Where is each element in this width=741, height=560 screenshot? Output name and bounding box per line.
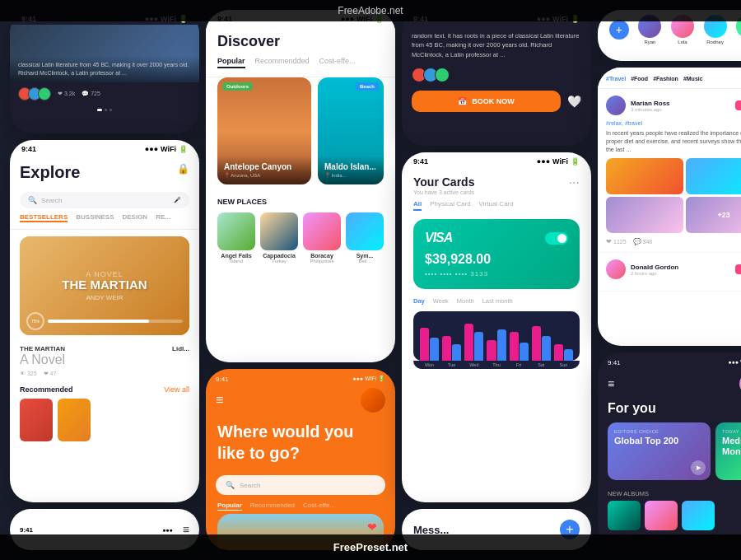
- filter-physical[interactable]: Physical Card: [430, 200, 470, 211]
- post-1-avatar: [606, 96, 626, 115]
- fy-card-med[interactable]: TODAY Med Mon: [715, 422, 741, 480]
- label-mon: Mon: [420, 362, 439, 367]
- post-1-images: +23: [606, 158, 741, 233]
- chart-tab-day[interactable]: Day: [413, 297, 425, 305]
- status-icons-small: ●●●: [162, 527, 173, 533]
- mic-icon: 🎤: [174, 197, 181, 203]
- label-sat: Sat: [532, 362, 551, 367]
- likes-stat: ❤ 47: [44, 371, 57, 377]
- status-icons-2: ●●●WiFi🔋: [145, 145, 188, 153]
- for-you-menu-icon[interactable]: ≡: [608, 377, 614, 390]
- hashtag-music[interactable]: #Music: [683, 76, 703, 82]
- chart-tab-month[interactable]: Month: [457, 297, 474, 305]
- orange-tabs: Popular Recommended Cost-effe...: [217, 502, 384, 511]
- tab-popular[interactable]: Popular: [217, 57, 245, 68]
- place-name-2: Cappadocia: [260, 253, 298, 259]
- label-tue: Tue: [442, 362, 461, 367]
- post-1-hashtags: #relax, #travel: [606, 120, 741, 126]
- bar-tue-pink: [442, 336, 451, 361]
- fy-card-global[interactable]: EDITORS CHOICE Global Top 200 ▶: [608, 422, 711, 480]
- tab-bestsellers[interactable]: BESTSELLERS: [20, 213, 68, 222]
- tab-recommended[interactable]: Recommendded: [255, 57, 310, 68]
- follow-button-1[interactable]: Follow: [735, 100, 741, 110]
- user-name-ryan: Ryan: [644, 40, 655, 44]
- social-feed-phone: #Travel #Food #Fashion #Music Marian Ros…: [598, 68, 741, 346]
- tab-design[interactable]: DESIGN: [122, 213, 147, 222]
- play-button-1[interactable]: ▶: [691, 460, 706, 475]
- social-hashtags: #Travel #Food #Fashion #Music: [598, 68, 741, 89]
- discover-card-maldo[interactable]: Beach Maldo Islan... 📍 India...: [318, 77, 384, 184]
- album-3[interactable]: [682, 501, 715, 530]
- post-2-meta: Donald Gordon 2 hours ago: [631, 264, 730, 276]
- search-placeholder: Search: [41, 197, 62, 204]
- chart-tab-week[interactable]: Week: [433, 297, 449, 305]
- for-you-phone: 9:41 ●●●WiFi🔋 ≡ For you EDITORS CHOICE G…: [598, 352, 741, 550]
- hashtag-travel[interactable]: #Travel: [606, 76, 626, 82]
- avatar-3: [38, 87, 51, 100]
- follow-button-2[interactable]: Follow: [735, 264, 741, 274]
- place-angel-falls[interactable]: Angel Falls Island: [217, 212, 255, 264]
- chart-tab-last-month[interactable]: Last month: [482, 297, 513, 305]
- filter-virtual[interactable]: Virtual Card: [479, 200, 514, 211]
- status-bar-2: 9:41 ●●●WiFi🔋: [10, 140, 199, 155]
- hashtag-fashion[interactable]: #Fashion: [653, 76, 678, 82]
- chart-area: Day Week Month Last month: [402, 289, 591, 369]
- rec-book-2[interactable]: [58, 399, 91, 441]
- orange-search-bar[interactable]: 🔍 Search: [216, 475, 385, 495]
- orange-header-row: ≡: [206, 386, 395, 414]
- progress-bar: [48, 320, 183, 323]
- dot: [110, 109, 112, 111]
- your-cards-phone: 9:41 ●●●WiFi🔋 Your Cards You have 3 acti…: [402, 152, 591, 502]
- search-bar[interactable]: 🔍 Search 🎤: [20, 192, 189, 208]
- pagination-dots: [10, 105, 199, 114]
- place-boracay[interactable]: Boracay Philippines: [303, 212, 341, 264]
- orange-tab-cost[interactable]: Cost-effe...: [303, 502, 335, 511]
- book-now-button[interactable]: 📅 BOOK NOW: [412, 91, 561, 112]
- hashtag-food[interactable]: #Food: [631, 76, 648, 82]
- orange-menu-icon[interactable]: ≡: [216, 393, 223, 408]
- likes-stat-1: ❤ 1125: [606, 238, 627, 245]
- discover-card-antelope[interactable]: Outdoors Antelope Canyon 📍 Arizona, USA: [217, 77, 311, 184]
- chart-day-labels: Mon Tue Wed Thu Fri Sat Sun: [413, 361, 580, 369]
- orange-tab-recommended[interactable]: Recommended: [250, 502, 295, 511]
- place-img-3: [303, 212, 341, 250]
- filter-all[interactable]: All: [413, 200, 422, 211]
- book-cover-martian: A Novel THE MARTIAN ANDY WEIR 75%: [20, 236, 189, 335]
- place-sym[interactable]: Sym... Beli...: [346, 212, 384, 264]
- cards-title: Your Cards: [413, 175, 474, 189]
- rec-book-1[interactable]: [20, 399, 53, 441]
- album-1[interactable]: [608, 501, 641, 530]
- book-now-row: 📅 BOOK NOW 🤍: [412, 91, 581, 112]
- card-toggle[interactable]: [545, 232, 568, 245]
- album-2[interactable]: [645, 501, 678, 530]
- cards-subtitle: You have 3 active cards: [413, 189, 474, 195]
- dark2-content: random text. It has roots in a piece of …: [402, 25, 591, 119]
- orange-title: Where would you like to go?: [206, 414, 395, 475]
- place-name-3: Boracay: [303, 253, 341, 259]
- cards-more-icon[interactable]: ···: [569, 175, 580, 190]
- post-img-3: [606, 197, 683, 233]
- post-1-text: In recent years people have realized the…: [606, 129, 741, 153]
- new-albums-label: NEW ALBUMS: [608, 490, 741, 497]
- antelope-title: Antelope Canyon: [224, 162, 305, 172]
- place-type-2: Turkey: [260, 259, 298, 264]
- orange-tab-popular[interactable]: Popular: [217, 502, 242, 511]
- bar-wed: [464, 324, 483, 361]
- add-friend-button[interactable]: +: [609, 20, 629, 40]
- visa-amount: $39,928.00: [425, 252, 568, 267]
- heart-icon[interactable]: ❤: [367, 520, 377, 534]
- bar-sun-blue: [564, 349, 573, 361]
- bookmark-icon[interactable]: 🤍: [567, 95, 581, 108]
- post-2-avatar: [606, 259, 626, 279]
- tab-cost[interactable]: Cost-effe...: [319, 57, 356, 68]
- post-1-name: Marian Ross: [631, 100, 730, 107]
- article-image: classical Latin literature from 45 BC, m…: [10, 25, 199, 82]
- search-icon: 🔍: [28, 196, 37, 204]
- watermark-bottom: FreePreset.net: [0, 534, 741, 560]
- tab-more[interactable]: RE...: [156, 213, 170, 222]
- place-cappadocia[interactable]: Cappadocia Turkey: [260, 212, 298, 264]
- tab-business[interactable]: BUSSINESS: [76, 213, 114, 222]
- dot-active: [97, 109, 102, 111]
- column-4: + Ryan Lola Rodney Susi: [598, 10, 741, 550]
- view-all-link[interactable]: View all: [164, 385, 189, 394]
